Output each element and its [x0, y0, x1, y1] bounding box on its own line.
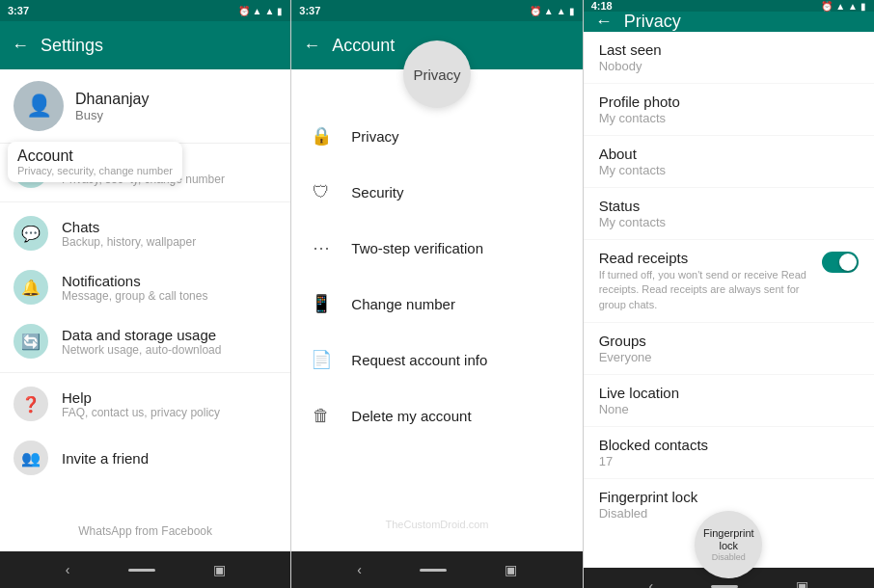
settings-title: Settings: [41, 36, 103, 56]
privacy-title: Privacy: [624, 12, 681, 32]
alarm-icon: ⏰: [238, 6, 250, 16]
nav-back-btn-3[interactable]: ‹: [648, 578, 653, 588]
account-item-twostep[interactable]: ⋯ Two-step verification: [291, 220, 582, 276]
nav-home-btn-3[interactable]: [711, 585, 738, 588]
security-text: Security: [351, 184, 403, 200]
back-button-2[interactable]: ←: [303, 36, 320, 56]
help-icon: ❓: [14, 387, 48, 421]
nav-recent-btn-1[interactable]: ▣: [213, 562, 226, 577]
data-sublabel: Network usage, auto-download: [62, 343, 221, 357]
privacy-item-about[interactable]: About My contacts: [584, 136, 874, 188]
settings-item-help[interactable]: ❓ Help FAQ, contact us, privacy policy: [0, 377, 290, 431]
profile-row[interactable]: 👤 Dhananjay Busy: [0, 69, 290, 144]
chats-label: Chats: [62, 219, 196, 235]
help-sublabel: FAQ, contact us, privacy policy: [62, 406, 220, 419]
watermark: TheCustomDroid.com: [385, 519, 488, 530]
read-receipts-text: Read receipts If turned off, you won't s…: [599, 250, 811, 312]
changenumber-icon: 📱: [305, 287, 338, 320]
requestinfo-text: Request account info: [351, 352, 487, 368]
groups-label: Groups: [599, 333, 859, 349]
fingerprint-circle-sub: Disabled: [712, 552, 746, 562]
settings-item-invite[interactable]: 👥 Invite a friend: [0, 431, 290, 485]
privacy-item-profilephoto[interactable]: Profile photo My contacts: [584, 84, 874, 136]
status-icons-1: ⏰ ▲ ▲ ▮: [238, 6, 284, 16]
about-label: About: [599, 146, 859, 162]
settings-item-notifications[interactable]: 🔔 Notifications Message, group & call to…: [0, 260, 290, 314]
status-value: My contacts: [599, 215, 859, 229]
signal-icon-3: ▲: [848, 1, 858, 12]
privacy-item-status[interactable]: Status My contacts: [584, 188, 874, 240]
alarm-icon-2: ⏰: [530, 6, 541, 16]
invite-icon: 👥: [14, 441, 48, 475]
help-label: Help: [62, 389, 220, 406]
account-title: Account: [332, 36, 395, 56]
divider-1: [0, 201, 290, 202]
settings-item-account[interactable]: 👤 Account Privacy, sec ty, change number…: [0, 144, 290, 198]
battery-icon-3: ▮: [860, 1, 866, 12]
account-item-requestinfo[interactable]: 📄 Request account info: [291, 332, 582, 388]
notifications-text: Notifications Message, group & call tone…: [62, 273, 207, 303]
read-receipts-row[interactable]: Read receipts If turned off, you won't s…: [584, 240, 874, 323]
nav-recent-btn-2[interactable]: ▣: [505, 562, 517, 577]
fingerprint-circle: Fingerprint lock Disabled: [695, 511, 762, 578]
livelocation-value: None: [599, 402, 859, 416]
settings-item-chats[interactable]: 💬 Chats Backup, history, wallpaper: [0, 206, 290, 260]
delete-icon: 🗑: [305, 399, 338, 432]
account-panel: 3:37 ⏰ ▲ ▲ ▮ ← Account Privacy 🔒 Privacy…: [291, 0, 583, 588]
nav-home-btn-2[interactable]: [420, 569, 447, 572]
twostep-text: Two-step verification: [351, 240, 483, 256]
nav-home-btn-1[interactable]: [128, 569, 155, 572]
wifi-icon-2: ▲: [544, 6, 554, 16]
settings-toolbar: ← Settings: [0, 21, 290, 69]
bubble-title: Account: [17, 147, 173, 165]
nav-recent-btn-3[interactable]: ▣: [796, 578, 808, 588]
changenumber-label: Change number: [351, 296, 455, 312]
status-bar-1: 3:37 ⏰ ▲ ▲ ▮: [0, 0, 290, 21]
time-3: 4:18: [591, 0, 613, 12]
profilephoto-value: My contacts: [599, 111, 859, 125]
account-item-changenumber[interactable]: 📱 Change number: [291, 276, 582, 332]
signal-icon-2: ▲: [557, 6, 566, 16]
security-label: Security: [351, 184, 403, 200]
avatar: 👤: [14, 81, 64, 131]
profile-status: Busy: [75, 108, 150, 122]
help-text: Help FAQ, contact us, privacy policy: [62, 389, 220, 419]
nav-back-btn-2[interactable]: ‹: [357, 562, 362, 577]
privacy-item-groups[interactable]: Groups Everyone: [584, 323, 874, 375]
delete-text: Delete my account: [351, 408, 471, 424]
account-bubble: Account Privacy, security, change number: [8, 142, 182, 182]
lastseen-value: Nobody: [599, 59, 859, 73]
notifications-label: Notifications: [62, 273, 207, 289]
profile-name: Dhananjay: [75, 91, 150, 108]
footer-text: WhatsApp from Facebook: [0, 511, 290, 551]
chats-sublabel: Backup, history, wallpaper: [62, 235, 196, 249]
back-button-1[interactable]: ←: [12, 36, 29, 56]
settings-item-data[interactable]: 🔄 Data and storage usage Network usage, …: [0, 314, 290, 368]
privacy-item-livelocation[interactable]: Live location None: [584, 375, 874, 427]
wifi-icon-3: ▲: [835, 1, 845, 12]
notifications-icon: 🔔: [14, 270, 48, 305]
status-bar-3: 4:18 ⏰ ▲ ▲ ▮: [584, 0, 874, 12]
privacy-icon: 🔒: [305, 120, 338, 152]
battery-icon-2: ▮: [569, 6, 575, 16]
account-item-security[interactable]: 🛡 Security: [291, 164, 582, 220]
privacy-item-blocked[interactable]: Blocked contacts 17: [584, 427, 874, 479]
alarm-icon-3: ⏰: [821, 1, 833, 12]
read-receipts-toggle[interactable]: [822, 252, 859, 273]
back-button-3[interactable]: ←: [595, 12, 613, 32]
delete-label: Delete my account: [351, 408, 471, 424]
notifications-sublabel: Message, group & call tones: [62, 289, 207, 303]
account-item-delete[interactable]: 🗑 Delete my account: [291, 388, 582, 443]
settings-panel: 3:37 ⏰ ▲ ▲ ▮ ← Settings 👤 Dhananjay Busy…: [0, 0, 291, 588]
nav-bar-1: ‹ ▣: [0, 551, 290, 588]
bubble-sub: Privacy, security, change number: [17, 165, 173, 176]
fingerprint-circle-label: Fingerprint lock: [700, 527, 756, 552]
chats-text: Chats Backup, history, wallpaper: [62, 219, 196, 249]
privacy-toolbar: ← Privacy: [584, 12, 874, 32]
nav-back-btn-1[interactable]: ‹: [66, 562, 70, 577]
privacy-item-lastseen[interactable]: Last seen Nobody: [584, 32, 874, 84]
status-icons-2: ⏰ ▲ ▲ ▮: [530, 6, 575, 16]
invite-label: Invite a friend: [62, 450, 149, 467]
twostep-label: Two-step verification: [351, 240, 483, 256]
nav-bar-2: ‹ ▣: [291, 551, 582, 588]
